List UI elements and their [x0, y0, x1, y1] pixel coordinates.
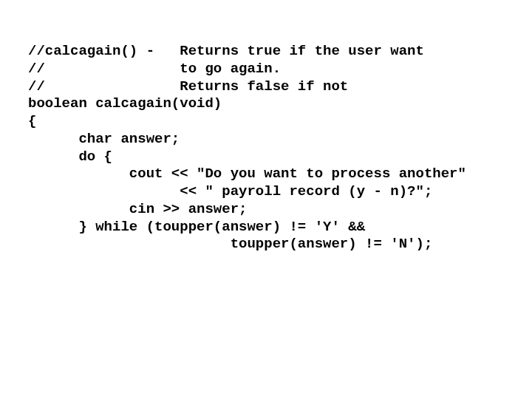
code-line-7: do {: [28, 149, 532, 166]
code-line-10: cin >> answer;: [28, 201, 532, 219]
code-line-4: {: [28, 113, 532, 131]
code-line-3: boolean calcagain(void): [28, 95, 532, 113]
code-line-9: << " payroll record (y - n)?";: [28, 183, 532, 201]
code-line-11: } while (toupper(answer) != 'Y' &&: [28, 219, 532, 236]
code-block: //calcagain() - Returns true if the user…: [28, 43, 532, 253]
code-line-12: toupper(answer) != 'N');: [28, 236, 532, 253]
code-line-5: char answer;: [28, 131, 532, 149]
code-line-8: cout << "Do you want to process another": [28, 166, 532, 183]
code-line-2: // Returns false if not: [28, 78, 532, 96]
code-line-0: //calcagain() - Returns true if the user…: [28, 43, 532, 61]
code-line-1: // to go again.: [28, 61, 532, 78]
